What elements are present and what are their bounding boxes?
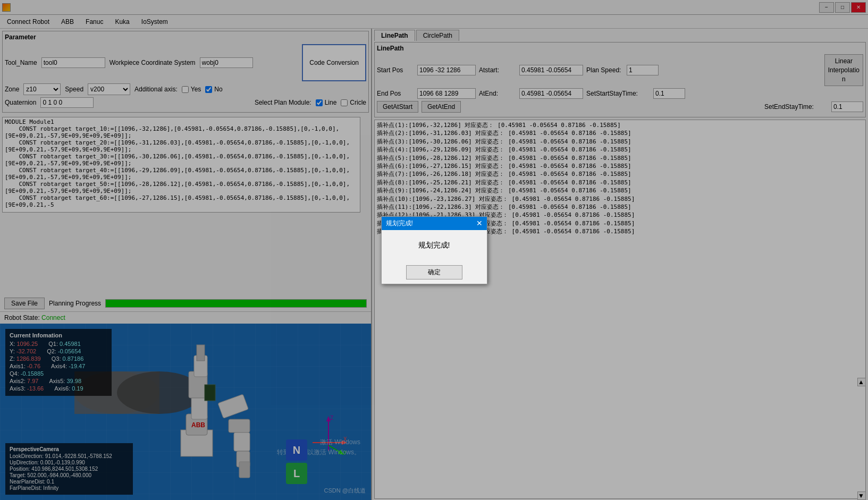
dialog-title: 规划完成! [386, 219, 413, 228]
dialog: 规划完成! ✕ 规划完成! 确定 [381, 216, 487, 284]
dialog-body: 规划完成! [382, 230, 487, 261]
dialog-ok-button[interactable]: 确定 [406, 265, 462, 279]
dialog-overlay: 规划完成! ✕ 规划完成! 确定 [0, 0, 868, 500]
dialog-titlebar: 规划完成! ✕ [382, 217, 487, 230]
dialog-footer: 确定 [382, 261, 487, 284]
dialog-close-button[interactable]: ✕ [476, 219, 483, 227]
dialog-message: 规划完成! [418, 241, 450, 249]
